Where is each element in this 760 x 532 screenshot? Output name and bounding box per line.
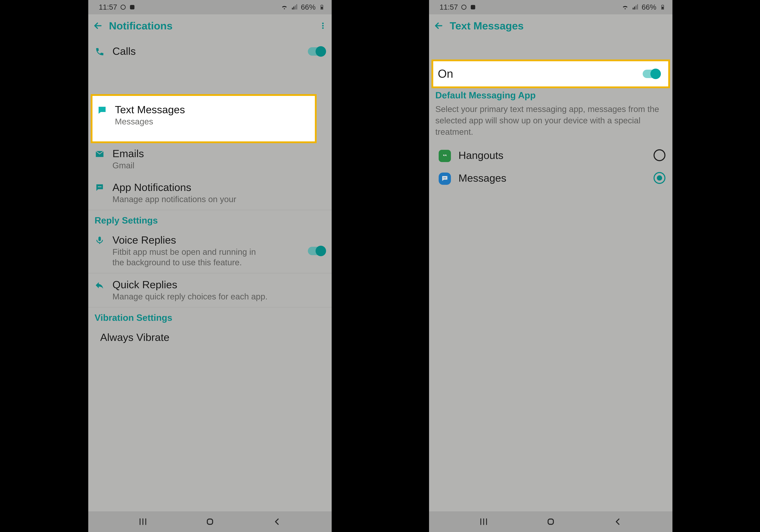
row-always-vibrate[interactable]: Always Vibrate [88,326,332,343]
wifi-icon [621,3,629,11]
section-reply-settings: Reply Settings [88,210,332,229]
row-app-messages[interactable]: Messages [429,167,672,189]
nav-home-button[interactable] [200,516,220,527]
app-bar: Text Messages [429,14,672,37]
app-bar: Notifications [88,14,332,37]
row-voice-replies[interactable]: Voice Replies Fitbit app must be open an… [88,229,332,273]
phone-notifications-screen: 11:57 66% [88,0,332,532]
phone-icon [94,47,105,58]
android-nav-bar [429,511,672,532]
hangouts-app-icon [439,150,451,162]
row-appnotif-title: App Notifications [113,181,325,193]
highlight-on-toggle: On [432,60,670,88]
row-voice-title: Voice Replies [113,234,298,246]
row-on-toggle[interactable]: On [433,61,668,86]
ring-app-icon [129,4,135,10]
row-app-notifications[interactable]: App Notifications Manage app notificatio… [88,176,332,210]
bixby-icon [461,4,467,10]
svg-rect-14 [471,5,475,10]
row-quick-sub: Manage quick reply choices for each app. [113,291,325,302]
nav-recents-button[interactable] [132,516,153,527]
text-messages-toggle[interactable] [643,70,660,78]
svg-point-16 [444,177,444,178]
row-messages-label: Messages [458,172,638,184]
status-battery-pct: 66% [301,3,315,11]
messages-app-icon [439,173,451,185]
row-quick-replies[interactable]: Quick Replies Manage quick reply choices… [88,273,332,307]
row-hangouts-label: Hangouts [458,149,638,161]
row-voice-sub: Fitbit app must be open and running in t… [113,247,256,268]
svg-point-11 [100,186,101,187]
nav-back-button[interactable] [266,516,288,527]
row-texts-sub: Messages [115,116,309,127]
status-time: 11:57 [99,3,117,11]
ring-app-icon [470,4,476,10]
phone-text-messages-screen: 11:57 66% [429,0,672,532]
row-calls-title: Calls [113,45,298,57]
svg-point-4 [322,25,324,26]
row-text-messages[interactable]: Text Messages Messages [92,96,315,132]
email-icon [95,149,105,160]
battery-icon [318,3,326,11]
row-quick-title: Quick Replies [113,279,325,291]
on-label: On [438,67,633,80]
nav-recents-button[interactable] [473,516,494,527]
row-appnotif-sub: Manage app notifications on your [113,194,325,204]
content: Default Messaging App Select your primar… [429,37,672,511]
calls-toggle[interactable] [308,47,325,56]
svg-rect-1 [130,5,134,10]
signal-icon [632,3,639,11]
section-default-messaging-app: Default Messaging App [429,88,672,104]
status-time: 11:57 [440,3,458,11]
svg-point-3 [322,22,324,24]
row-emails-sub: Gmail [113,160,325,171]
hangouts-radio[interactable] [653,149,665,161]
highlight-text-messages: Text Messages Messages [91,94,316,143]
svg-point-0 [121,5,125,10]
svg-point-5 [322,27,324,29]
svg-point-18 [445,177,446,178]
row-emails-title: Emails [113,148,325,159]
android-nav-bar [88,511,332,532]
microphone-icon [95,235,105,246]
svg-point-17 [445,177,445,178]
page-title: Text Messages [450,20,524,32]
status-battery-pct: 66% [641,3,656,11]
overflow-menu-button[interactable] [318,21,328,31]
messages-radio[interactable] [653,172,665,184]
row-texts-title: Text Messages [115,104,309,116]
app-notifications-icon [95,183,105,193]
svg-point-10 [99,186,100,187]
nav-back-button[interactable] [607,516,628,527]
row-always-vibrate-title: Always Vibrate [97,331,325,343]
svg-rect-12 [207,519,213,524]
wifi-icon [281,3,288,11]
default-messaging-description: Select your primary text messaging app, … [429,104,672,144]
row-calls[interactable]: Calls [88,37,332,63]
reply-icon [94,280,105,291]
nav-home-button[interactable] [540,516,561,527]
signal-icon [291,3,298,11]
chat-icon [97,105,107,116]
page-title: Notifications [109,20,172,32]
voice-replies-toggle[interactable] [308,247,325,255]
svg-point-13 [462,5,466,10]
row-emails[interactable]: Emails Gmail [88,142,332,176]
row-app-hangouts[interactable]: Hangouts [429,144,672,167]
svg-rect-2 [321,7,323,9]
battery-icon [659,3,666,11]
back-button[interactable] [92,20,104,32]
back-button[interactable] [433,20,445,32]
svg-rect-19 [548,519,553,524]
svg-rect-15 [662,7,664,9]
bixby-icon [120,4,126,10]
status-bar: 11:57 66% [88,0,332,14]
svg-point-9 [98,186,99,187]
section-vibration-settings: Vibration Settings [88,307,332,326]
status-bar: 11:57 66% [429,0,672,14]
